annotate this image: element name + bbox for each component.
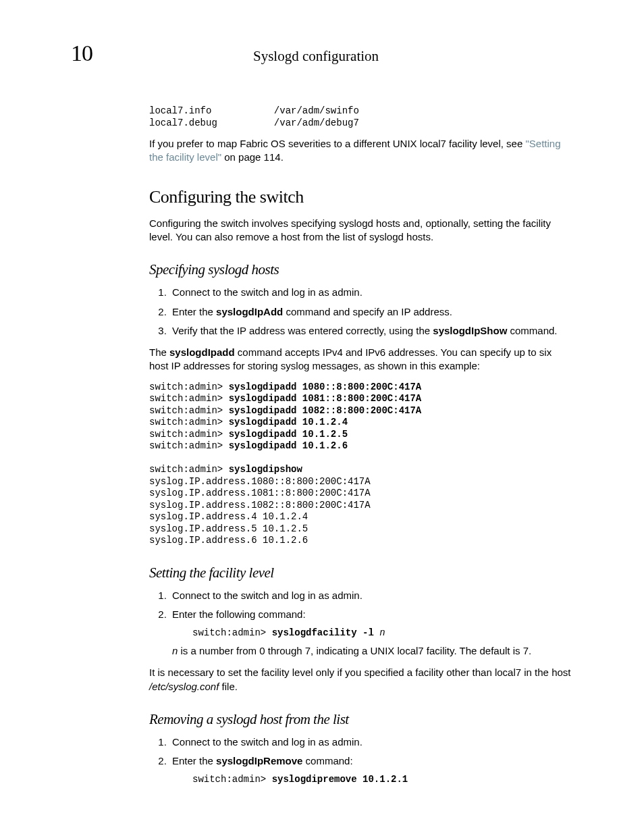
steps-facility: Connect to the switch and log in as admi… xyxy=(149,589,573,658)
text: It is necessary to set the facility leve… xyxy=(149,667,571,678)
page-title: Syslogd configuration xyxy=(253,48,379,65)
chapter-number: 10 xyxy=(71,41,179,66)
paragraph: It is necessary to set the facility leve… xyxy=(149,666,573,694)
step: Connect to the switch and log in as admi… xyxy=(169,589,573,602)
step: Connect to the switch and log in as admi… xyxy=(169,735,573,749)
command-example: switch:admin> syslogdfacility -l n xyxy=(192,627,573,640)
page: 10 Syslogd configuration local7.info /va… xyxy=(0,0,644,834)
text: Enter the xyxy=(172,306,216,317)
paragraph: The syslogdIpadd command accepts IPv4 an… xyxy=(149,346,573,373)
heading-setting-facility-level: Setting the facility level xyxy=(149,563,573,582)
command-name: syslogdIpadd xyxy=(169,346,235,358)
text: file. xyxy=(219,681,238,692)
cfg-line: local7.debug /var/adm/debug7 xyxy=(149,118,359,128)
text: Verify that the IP address was entered c… xyxy=(172,325,433,336)
heading-removing-syslogd-host: Removing a syslogd host from the list xyxy=(149,710,573,729)
text: Enter the following command: xyxy=(172,608,306,620)
text: If you prefer to map Fabric OS severitie… xyxy=(149,138,525,149)
text: command and specify an IP address. xyxy=(283,306,452,317)
command-name: syslogdIpAdd xyxy=(216,306,283,317)
step: Enter the following command: switch:admi… xyxy=(169,608,573,658)
step: Connect to the switch and log in as admi… xyxy=(169,286,573,299)
text: command. xyxy=(507,325,557,336)
command-name: syslogdIpShow xyxy=(433,325,507,336)
step: Enter the syslogdIpRemove command: switc… xyxy=(169,754,573,785)
page-header: 10 Syslogd configuration xyxy=(71,41,573,66)
step-note: n is a number from 0 through 7, indicati… xyxy=(172,644,573,658)
filepath: /etc/syslog.conf xyxy=(149,681,219,692)
command-example: switch:admin> syslogdipremove 10.1.2.1 xyxy=(192,774,573,786)
heading-configuring-switch: Configuring the switch xyxy=(149,185,573,209)
content-body: local7.info /var/adm/swinfo local7.debug… xyxy=(149,105,573,785)
command-name: syslogdIpRemove xyxy=(216,755,302,766)
step: Verify that the IP address was entered c… xyxy=(169,324,573,338)
text: is a number from 0 through 7, indicating… xyxy=(178,645,531,656)
text: on page 114. xyxy=(221,151,284,163)
text: command: xyxy=(302,755,352,766)
heading-specifying-syslogd-hosts: Specifying syslogd hosts xyxy=(149,260,573,279)
paragraph: Configuring the switch involves specifyi… xyxy=(149,217,573,244)
config-example-block: local7.info /var/adm/swinfo local7.debug… xyxy=(149,105,573,129)
terminal-example: switch:admin> syslogdipadd 1080::8:800:2… xyxy=(149,382,573,547)
cfg-line: local7.info /var/adm/swinfo xyxy=(149,105,359,116)
steps-removing: Connect to the switch and log in as admi… xyxy=(149,735,573,785)
text: The xyxy=(149,346,169,358)
steps-specifying: Connect to the switch and log in as admi… xyxy=(149,286,573,338)
xref-paragraph: If you prefer to map Fabric OS severitie… xyxy=(149,137,573,165)
step: Enter the syslogdIpAdd command and speci… xyxy=(169,305,573,319)
text: Enter the xyxy=(172,755,216,766)
